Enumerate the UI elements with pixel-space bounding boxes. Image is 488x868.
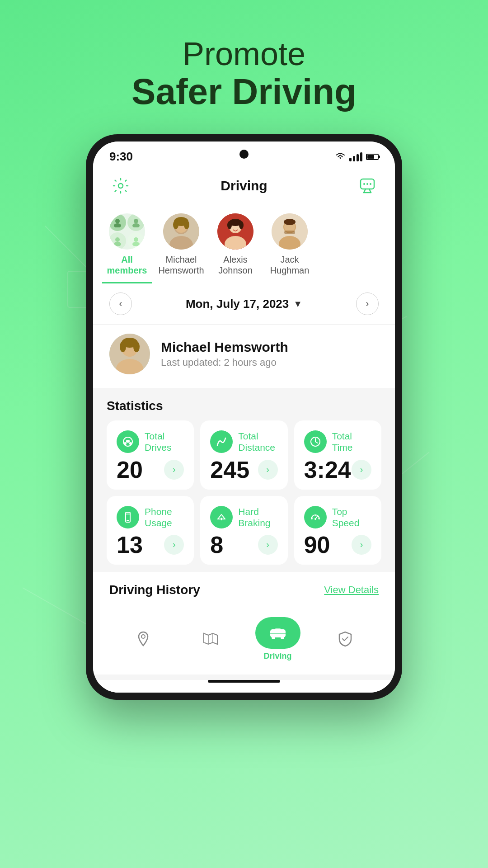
stat-card-bottom: 20 › [117, 458, 184, 481]
stat-card-total-time[interactable]: Total Time 3:24 › [294, 420, 381, 489]
statistics-section: Statistics [93, 388, 395, 572]
total-drives-value: 20 [117, 458, 143, 481]
signal-icon [349, 152, 362, 161]
nav-item-driving[interactable]: Driving [255, 617, 300, 661]
stat-card-hard-braking[interactable]: Hard Braking 8 › [200, 496, 287, 565]
nav-item-location[interactable] [121, 627, 166, 650]
alexis-avatar [217, 213, 253, 250]
total-distance-arrow[interactable]: › [258, 460, 278, 480]
hard-braking-label: Hard Braking [238, 506, 277, 528]
svg-point-38 [227, 221, 232, 229]
driving-nav-label: Driving [263, 651, 291, 661]
svg-point-25 [132, 242, 140, 246]
tab-michael[interactable]: MichaelHemsworth [156, 213, 206, 283]
svg-point-15 [363, 183, 365, 185]
date-picker: ‹ Mon, July 17, 2023 ▼ › [93, 283, 395, 325]
total-distance-label: Total Distance [238, 430, 277, 453]
location-icon [132, 627, 155, 650]
total-distance-value: 245 [210, 458, 249, 481]
tab-alexis[interactable]: AlexisJohnson [211, 213, 260, 283]
next-date-button[interactable]: › [356, 292, 379, 315]
date-display[interactable]: Mon, July 17, 2023 ▼ [186, 297, 302, 311]
svg-point-22 [115, 237, 120, 242]
svg-rect-45 [284, 231, 295, 234]
app-title: Driving [221, 178, 267, 193]
top-speed-arrow[interactable]: › [352, 535, 371, 555]
total-time-icon [304, 430, 327, 453]
jack-avatar [272, 213, 308, 250]
stat-cards-grid: Total Drives 20 › [107, 420, 381, 565]
stat-card-total-drives[interactable]: Total Drives 20 › [107, 420, 194, 489]
phone-screen: 9:30 [93, 142, 395, 693]
stat-card-top: Phone Usage [117, 506, 184, 528]
svg-point-18 [115, 219, 120, 223]
michael-name-label: MichaelHemsworth [158, 254, 204, 276]
status-time: 9:30 [109, 150, 133, 164]
svg-point-51 [133, 341, 140, 352]
stat-card-top: Top Speed [304, 506, 371, 528]
nav-item-shield[interactable] [323, 627, 368, 650]
status-bar: 9:30 [93, 142, 395, 167]
stat-card-top: Total Drives [117, 430, 184, 453]
total-time-value: 3:24 [304, 458, 351, 481]
stat-card-bottom: 3:24 › [304, 458, 371, 481]
svg-point-21 [132, 223, 140, 227]
member-tabs: Allmembers [93, 206, 395, 283]
svg-point-31 [173, 220, 178, 229]
svg-line-58 [315, 442, 318, 443]
total-drives-arrow[interactable]: › [164, 460, 184, 480]
jack-name-label: JackHughman [270, 254, 310, 276]
all-members-avatar [109, 213, 145, 250]
phone-usage-label: Phone Usage [145, 506, 184, 528]
svg-point-19 [114, 223, 121, 227]
svg-point-53 [124, 442, 127, 445]
tab-all-members[interactable]: Allmembers [102, 213, 152, 283]
stat-card-top: Total Distance [210, 430, 277, 453]
battery-icon [366, 154, 379, 160]
date-text: Mon, July 17, 2023 [186, 297, 289, 311]
stat-card-bottom: 8 › [210, 533, 277, 557]
stat-card-top: Total Time [304, 430, 371, 453]
svg-point-16 [366, 183, 368, 185]
app-header: Driving [93, 167, 395, 206]
tab-all-label: Allmembers [107, 254, 147, 276]
hard-braking-value: 8 [210, 533, 223, 557]
current-user-avatar [109, 334, 150, 374]
statistics-heading: Statistics [107, 399, 381, 413]
stat-card-total-distance[interactable]: Total Distance 245 › [200, 420, 287, 489]
stat-card-bottom: 13 › [117, 533, 184, 557]
driving-history-bar: Driving History View Details [93, 572, 395, 608]
user-details: Michael Hemsworth Last updated: 2 hours … [161, 340, 288, 368]
total-time-arrow[interactable]: › [352, 460, 371, 480]
camera-notch [239, 150, 249, 159]
hero-line2: Safer Driving [131, 72, 357, 112]
settings-button[interactable] [109, 175, 132, 197]
michael-avatar [163, 213, 199, 250]
driving-history-title: Driving History [109, 583, 200, 597]
total-distance-icon [210, 430, 233, 453]
view-details-link[interactable]: View Details [324, 584, 379, 596]
svg-point-69 [141, 635, 145, 638]
svg-point-32 [184, 220, 189, 229]
phone-usage-arrow[interactable]: › [164, 535, 184, 555]
alexis-name-label: AlexisJohnson [218, 254, 253, 276]
svg-point-23 [114, 242, 121, 246]
stat-card-top-speed[interactable]: Top Speed 90 › [294, 496, 381, 565]
stat-card-bottom: 245 › [210, 458, 277, 481]
wifi-icon [335, 153, 346, 161]
stat-card-bottom: 90 › [304, 533, 371, 557]
hard-braking-arrow[interactable]: › [258, 535, 278, 555]
total-time-label: Total Time [332, 430, 371, 453]
svg-rect-55 [126, 440, 130, 443]
tab-jack[interactable]: JackHughman [265, 213, 314, 283]
user-info-section: Michael Hemsworth Last updated: 2 hours … [93, 325, 395, 388]
prev-date-button[interactable]: ‹ [109, 292, 132, 315]
messages-button[interactable] [356, 175, 379, 197]
svg-point-50 [120, 341, 126, 352]
svg-point-54 [129, 442, 132, 445]
nav-item-map[interactable] [188, 627, 233, 650]
top-speed-icon [304, 506, 327, 528]
stat-card-phone-usage[interactable]: Phone Usage 13 › [107, 496, 194, 565]
last-updated-text: Last updated: 2 hours ago [161, 357, 288, 368]
date-chevron-icon: ▼ [293, 299, 302, 309]
